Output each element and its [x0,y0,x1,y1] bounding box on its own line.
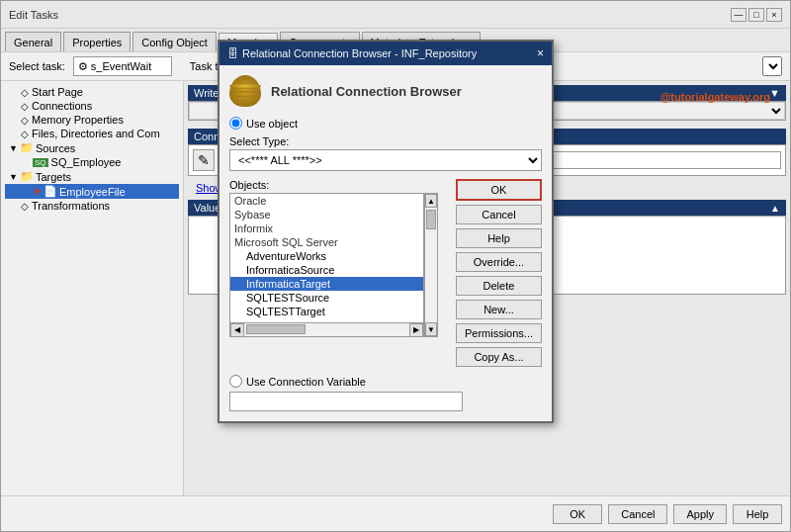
folder-icon-targets: 📁 [20,170,34,183]
dialog-title-bar: 🗄 Relational Connection Browser - INF_Re… [220,42,552,65]
tree-item-sq-employee[interactable]: SQ SQ_Employee [5,155,179,169]
h-scrollbar[interactable]: ◀ ▶ [230,322,423,336]
diamond-icon-4: ◇ [21,129,29,139]
database-icon [229,75,261,107]
h-scroll-thumb[interactable] [246,324,306,334]
select-task-label: Select task: [9,60,65,72]
cancel-dialog-button[interactable]: Cancel [456,205,542,224]
permissions-dialog-button[interactable]: Permissions... [456,323,542,343]
diamond-icon: ◇ [21,87,29,98]
use-object-radio[interactable] [229,117,242,130]
tree-item-employee-file[interactable]: ➤ 📄 EmployeeFile [5,184,179,199]
h-scroll-right-btn[interactable]: ▶ [409,323,423,337]
tree-item-targets[interactable]: ▼ 📁 Targets [5,169,179,184]
use-variable-row: Use Connection Variable [229,375,542,388]
tree-label-transformations: Transformations [32,200,110,212]
list-item-sqltest-source[interactable]: SQLTESTSource [230,291,423,305]
dialog-title: Relational Connection Browser - INF_Repo… [242,47,477,59]
list-item-informatica-source[interactable]: InformaticaSource [230,263,423,277]
dialog-close-button[interactable]: × [537,46,544,60]
select-type-label: Select Type: [229,135,542,147]
list-item-informatica-target[interactable]: InformaticaTarget [230,277,423,291]
tree-item-connections[interactable]: ◇ Connections [5,99,179,113]
h-scroll-left-btn[interactable]: ◀ [230,323,244,337]
tree-label-connections: Connections [32,100,92,112]
dialog-subtitle: Relational Connection Browser [271,84,462,99]
use-object-label: Use object [246,118,298,130]
task-value[interactable]: ⚙ s_EventWait [73,56,172,76]
scroll-track [425,208,437,322]
objects-list-container: Objects: Oracle Sybase Informix Microsof… [229,179,438,367]
select-type-row: Select Type: <<**** ALL ****>> [229,135,542,171]
tab-properties[interactable]: Properties [63,32,131,51]
tree-label-employee-file: EmployeeFile [59,186,126,198]
dialog-content: Relational Connection Browser Use object… [220,65,552,421]
variable-input[interactable] [229,392,463,411]
list-item-informix[interactable]: Informix [230,222,423,235]
list-item-adventureworks[interactable]: AdventureWorks [230,249,423,263]
diamond-icon-2: ◇ [21,101,29,112]
list-item-mssql[interactable]: Microsoft SQL Server [230,235,423,249]
dialog-title-icon: 🗄 [227,47,238,59]
diamond-icon-3: ◇ [21,115,29,126]
tree-label-targets: Targets [36,171,71,183]
apply-button[interactable]: Apply [673,504,727,524]
bottom-bar: OK Cancel Apply Help [1,495,790,531]
tab-general[interactable]: General [5,32,61,51]
dialog-buttons: OK Cancel Help Override... Delete New...… [456,179,542,367]
objects-list: Oracle Sybase Informix Microsoft SQL Ser… [230,194,423,322]
file-icon: 📄 [44,185,57,198]
title-bar: Edit Tasks — □ × [1,1,790,29]
minimize-button[interactable]: — [731,8,747,22]
maximize-button[interactable]: □ [748,8,764,22]
tree-item-transformations[interactable]: ◇ Transformations [5,199,179,213]
collapse-icon-targets: ▼ [9,172,18,182]
dialog-header: Relational Connection Browser [229,75,542,107]
tab-config-object[interactable]: Config Object [132,32,217,51]
tree-item-start-page[interactable]: ◇ Start Page [5,85,179,99]
sq-icon: SQ [33,158,48,167]
scroll-up-btn[interactable]: ▲ [425,194,437,208]
cancel-button[interactable]: Cancel [608,504,667,524]
tree-label-sq-employee: SQ_Employee [51,156,122,168]
ok-button[interactable]: OK [553,504,602,524]
window-title: Edit Tasks [9,9,58,21]
tree-item-sources[interactable]: ▼ 📁 Sources [5,140,179,155]
task-icon: ⚙ [78,60,88,73]
use-variable-label: Use Connection Variable [246,376,366,388]
list-area: Oracle Sybase Informix Microsoft SQL Ser… [229,193,438,337]
help-dialog-button[interactable]: Help [456,228,542,248]
task-name: s_EventWait [91,60,151,72]
arrow-icon: ➤ [33,185,42,198]
use-variable-radio[interactable] [229,375,242,388]
left-panel: ◇ Start Page ◇ Connections ◇ Memory Prop… [1,81,184,495]
tree-label-files: Files, Directories and Com [32,128,160,139]
window-controls: — □ × [731,8,782,22]
scroll-thumb[interactable] [426,210,436,229]
help-button[interactable]: Help [733,504,782,524]
list-item-sybase[interactable]: Sybase [230,208,423,222]
connection-edit-button[interactable]: ✎ [193,149,215,171]
override-dialog-button[interactable]: Override... [456,252,542,272]
tree-item-files[interactable]: ◇ Files, Directories and Com [5,127,179,140]
diamond-icon-5: ◇ [21,201,29,212]
tutorial-text: @tutorialgateway.org [660,91,770,103]
select-type-dropdown[interactable]: <<**** ALL ****>> [229,149,542,171]
tree-item-memory[interactable]: ◇ Memory Properties [5,113,179,127]
list-item-sqltest-target[interactable]: SQLTESTTarget [230,305,423,318]
delete-dialog-button[interactable]: Delete [456,276,542,296]
objects-list-wrapper: Oracle Sybase Informix Microsoft SQL Ser… [229,193,424,337]
task-dropdown[interactable] [762,56,782,76]
relational-connection-dialog: 🗄 Relational Connection Browser - INF_Re… [218,40,554,423]
objects-label: Objects: [229,179,438,191]
tree-label-start-page: Start Page [32,86,83,98]
copy-as-dialog-button[interactable]: Copy As... [456,347,542,367]
collapse-icon-sources: ▼ [9,143,18,153]
tree-label-sources: Sources [36,142,75,154]
close-button[interactable]: × [766,8,782,22]
v-scrollbar[interactable]: ▲ ▼ [424,193,438,337]
list-item-oracle[interactable]: Oracle [230,194,423,208]
ok-dialog-button[interactable]: OK [456,179,542,201]
new-dialog-button[interactable]: New... [456,300,542,319]
scroll-down-btn[interactable]: ▼ [425,322,437,336]
